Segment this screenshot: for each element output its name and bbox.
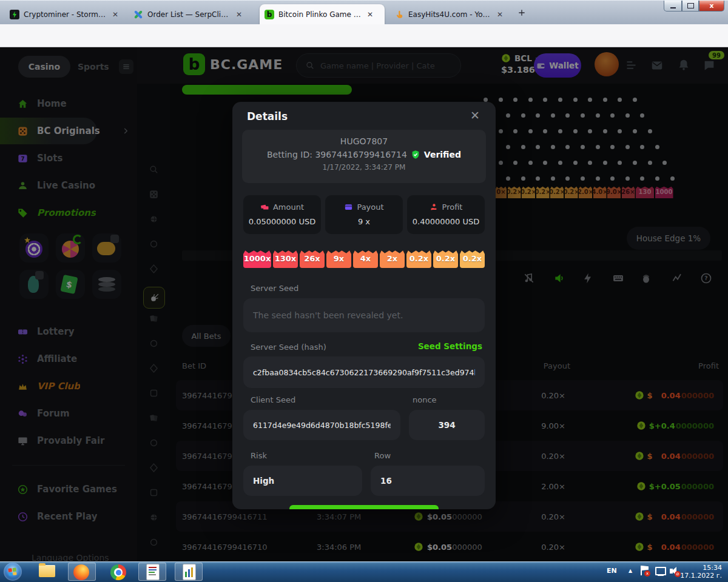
stat-value: 0.40000000 USD xyxy=(407,217,485,226)
risk-field[interactable]: High xyxy=(243,466,362,496)
tab-title: Bitcoin Plinko Game - Play Plin xyxy=(278,10,362,19)
browser-tab[interactable]: EasyHits4U.com - Your Traffic E✕ xyxy=(389,4,510,25)
multiplier-chip: 130x xyxy=(273,249,298,268)
profit-icon xyxy=(430,202,439,212)
browser-titlebar: Cryptominer - StormGain✕Order List — Ser… xyxy=(0,0,728,24)
tray-language[interactable]: EN xyxy=(607,567,617,575)
explorer-taskbar-icon[interactable] xyxy=(39,565,55,577)
server-seed-hash-label: Server Seed (hash) xyxy=(251,343,326,352)
stat-label: Amount xyxy=(273,202,304,212)
browser-tab[interactable]: bBitcoin Plinko Game - Play Plin✕ xyxy=(260,4,385,25)
tray-expand-icon[interactable]: ▲ xyxy=(629,568,632,574)
new-tab-button[interactable] xyxy=(517,8,527,18)
verified-shield-icon xyxy=(411,150,420,159)
row-value: 16 xyxy=(380,476,392,486)
tab-close-icon[interactable]: ✕ xyxy=(236,11,242,18)
multiplier-chip: 9x xyxy=(326,249,351,268)
chrome-taskbar-icon[interactable] xyxy=(110,564,126,580)
minimize-button[interactable] xyxy=(664,1,682,12)
card-icon xyxy=(344,202,353,212)
bcgame-page: b BC.GAME Game name | Provider | Cate BC… xyxy=(0,47,728,561)
multiplier-chip: 1000x xyxy=(243,249,271,268)
seed-settings-link[interactable]: Seed Settings xyxy=(418,341,482,351)
easyhits-icon xyxy=(394,10,404,19)
bet-info-card: HUGO7807 Betting ID: 39674416799416714 V… xyxy=(242,130,486,183)
nonce-label: nonce xyxy=(413,395,437,404)
multiplier-chip: 0.2x xyxy=(433,249,458,268)
modal-close-icon[interactable]: ✕ xyxy=(470,109,480,122)
row-label: Row xyxy=(374,451,391,460)
tray-time: 15:34 xyxy=(703,564,722,572)
server-seed-hash-field[interactable]: c2fbaa0834cb5c84c6730622173669290af9f751… xyxy=(243,356,485,388)
betting-id: Betting ID: 39674416799416714 xyxy=(267,150,407,159)
browser-toolbar: https://bc.game/plinko Search xyxy=(0,24,728,47)
risk-label: Risk xyxy=(251,451,267,460)
multiplier-chip: 0.2x xyxy=(406,249,431,268)
stat-label: Payout xyxy=(357,202,383,212)
tab-close-icon[interactable]: ✕ xyxy=(112,11,118,18)
tab-title: Cryptominer - StormGain xyxy=(24,10,107,19)
bet-datetime: 1/17/2022, 3:34:27 PM xyxy=(242,163,486,172)
firefox-taskbar-icon[interactable] xyxy=(73,564,89,580)
bcgame-icon: b xyxy=(265,10,274,19)
tab-close-icon[interactable]: ✕ xyxy=(367,11,373,18)
modal-title: Details xyxy=(247,110,288,122)
maximize-button[interactable] xyxy=(682,1,699,12)
stat-card-profit: Profit0.40000000 USD xyxy=(407,195,485,234)
server-seed-value: The seed hasn't been revealed yet. xyxy=(253,310,403,320)
stat-card-payout: Payout9 x xyxy=(325,195,403,234)
server-seed-hash-value: c2fbaa0834cb5c84c6730622173669290af9f751… xyxy=(253,368,475,377)
money-icon xyxy=(260,202,269,212)
browser-tab[interactable]: Order List — SerpClix ClickSense✕ xyxy=(129,4,255,25)
multiplier-chip: 0.2x xyxy=(460,249,485,268)
close-window-button[interactable]: x xyxy=(699,1,724,12)
stat-label: Profit xyxy=(442,202,463,212)
screen: Cryptominer - StormGain✕Order List — Ser… xyxy=(0,0,728,582)
client-seed-field[interactable]: 6117d4e9e49d6d4870b18bfc5198fef xyxy=(243,410,400,440)
start-button[interactable] xyxy=(4,563,22,581)
stat-card-amount: Amount0.05000000 USD xyxy=(243,195,321,234)
client-seed-value: 6117d4e9e49d6d4870b18bfc5198fef xyxy=(253,421,391,430)
spreadsheet-taskbar-icon[interactable] xyxy=(183,564,196,580)
stormgain-icon xyxy=(10,10,19,19)
server-seed-label: Server Seed xyxy=(251,284,298,293)
multiplier-chips: 1000x130x26x9x4x2x0.2x0.2x0.2x xyxy=(243,249,485,268)
tab-close-icon[interactable]: ✕ xyxy=(497,11,503,18)
client-seed-label: Client Seed xyxy=(251,395,295,404)
verified-label: Verified xyxy=(424,150,461,159)
browser-tab[interactable]: Cryptominer - StormGain✕ xyxy=(5,4,124,25)
tray-clock[interactable]: 15:3417.1.2022 г. xyxy=(680,564,722,580)
tab-title: EasyHits4U.com - Your Traffic E xyxy=(408,10,492,19)
nonce-value: 394 xyxy=(438,420,455,430)
tray-date: 17.1.2022 г. xyxy=(680,572,722,580)
row-field[interactable]: 16 xyxy=(371,466,485,496)
server-seed-field[interactable]: The seed hasn't been revealed yet. xyxy=(243,298,485,332)
serpclix-icon xyxy=(133,10,143,19)
multiplier-chip: 2x xyxy=(380,249,405,268)
tab-title: Order List — SerpClix ClickSense xyxy=(147,10,231,19)
taskbar: EN ▲ x ⊘ 15:3417.1.2022 г. xyxy=(0,561,728,582)
stat-value: 0.05000000 USD xyxy=(243,217,321,226)
stat-value: 9 x xyxy=(325,217,403,226)
multiplier-chip: 4x xyxy=(353,249,378,268)
document-taskbar-icon[interactable] xyxy=(146,564,160,580)
multiplier-chip: 26x xyxy=(300,249,325,268)
nonce-field[interactable]: 394 xyxy=(409,410,485,440)
details-modal: Details ✕ HUGO7807 Betting ID: 396744167… xyxy=(232,102,496,509)
risk-value: High xyxy=(253,476,274,486)
username: HUGO7807 xyxy=(242,136,486,146)
verify-button-partial[interactable] xyxy=(289,505,439,509)
